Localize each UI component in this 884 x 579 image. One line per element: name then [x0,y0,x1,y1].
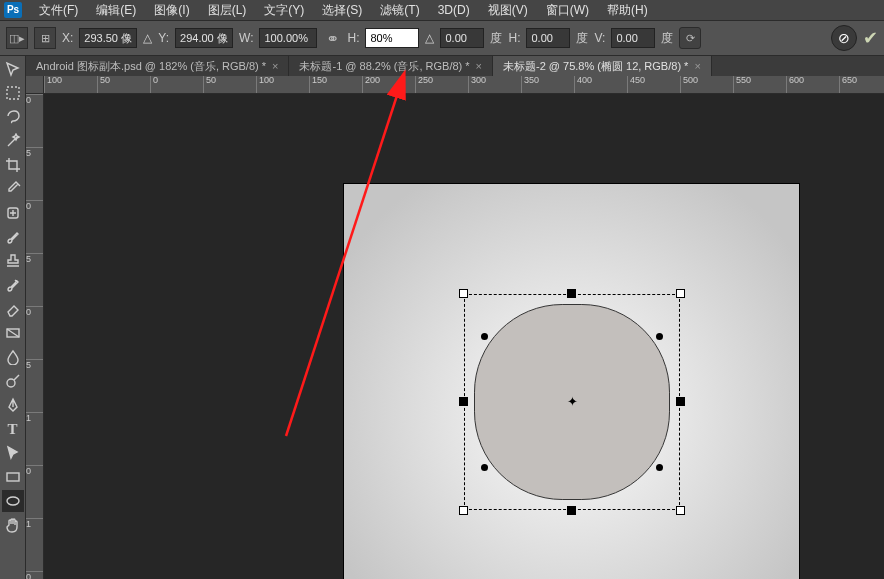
w-label: W: [239,31,253,45]
transform-handle-ml[interactable] [459,397,468,406]
menu-filter[interactable]: 滤镜(T) [371,2,428,19]
path-selection-tool-icon[interactable] [2,442,24,464]
crop-tool-icon[interactable] [2,154,24,176]
transform-handle-mr[interactable] [676,397,685,406]
transform-tool-icon[interactable]: ◫▸ [6,27,28,49]
doc-tab-label: 未标题-2 @ 75.8% (椭圆 12, RGB/8) * [503,59,688,74]
ruler-tick: 500 [680,76,698,93]
document-tabs: Android 图标副本.psd @ 182% (音乐, RGB/8) *× 未… [26,56,884,76]
doc-tab-2[interactable]: 未标题-2 @ 75.8% (椭圆 12, RGB/8) *× [493,56,712,76]
menu-image[interactable]: 图像(I) [145,2,198,19]
doc-tab-label: Android 图标副本.psd @ 182% (音乐, RGB/8) * [36,59,266,74]
transform-handle-tr[interactable] [676,289,685,298]
ruler-tick: 350 [521,76,539,93]
transform-center-icon[interactable]: ✦ [565,395,579,409]
transform-handle-br[interactable] [676,506,685,515]
rectangle-tool-icon[interactable] [2,466,24,488]
link-icon[interactable]: ⚭ [323,29,341,47]
menu-3d[interactable]: 3D(D) [429,3,479,17]
angle-unit: 度 [490,30,502,47]
w-input[interactable] [259,28,317,48]
brush-tool-icon[interactable] [2,226,24,248]
ruler-tick: 600 [786,76,804,93]
ruler-tick: 1 [26,518,43,529]
gradient-tool-icon[interactable] [2,322,24,344]
ruler-tick: 450 [627,76,645,93]
marquee-tool-icon[interactable] [2,82,24,104]
menu-edit[interactable]: 编辑(E) [87,2,145,19]
doc-tab-label: 未标题-1 @ 88.2% (音乐, RGB/8) * [299,59,469,74]
ruler-tick: 0 [26,306,43,317]
transform-box[interactable]: ✦ [464,294,680,510]
menu-type[interactable]: 文字(Y) [255,2,313,19]
healing-brush-tool-icon[interactable] [2,202,24,224]
eyedropper-tool-icon[interactable] [2,178,24,200]
blur-tool-icon[interactable] [2,346,24,368]
options-bar: ◫▸ ⊞ X: △ Y: W: ⚭ H: △ 度 H: 度 V: 度 ⟳ ⊘ ✔ [0,20,884,56]
hskew-input[interactable] [526,28,570,48]
transform-handle-bm[interactable] [567,506,576,515]
menu-window[interactable]: 窗口(W) [537,2,598,19]
magic-wand-tool-icon[interactable] [2,130,24,152]
doc-tab-1[interactable]: 未标题-1 @ 88.2% (音乐, RGB/8) *× [289,56,493,76]
transform-handle-bl[interactable] [459,506,468,515]
interpolation-icon[interactable]: ⟳ [679,27,701,49]
ruler-tick: 50 [203,76,216,93]
ruler-horizontal[interactable]: 1005005010015020025030035040045050055060… [44,76,884,94]
ruler-tick: 5 [26,147,43,158]
svg-rect-0 [7,87,19,99]
dodge-tool-icon[interactable] [2,370,24,392]
tool-bar: T [0,56,26,579]
menu-help[interactable]: 帮助(H) [598,2,657,19]
hskew-unit: 度 [576,30,588,47]
transform-handle-tl[interactable] [459,289,468,298]
ellipse-tool-icon[interactable] [2,490,24,512]
lasso-tool-icon[interactable] [2,106,24,128]
stamp-tool-icon[interactable] [2,250,24,272]
menu-layer[interactable]: 图层(L) [199,2,256,19]
ruler-tick: 5 [26,253,43,264]
delta-icon[interactable]: △ [143,31,152,45]
type-tool-icon[interactable]: T [2,418,24,440]
h-input[interactable] [365,28,419,48]
pen-tool-icon[interactable] [2,394,24,416]
hskew-label: H: [508,31,520,45]
cancel-transform-button[interactable]: ⊘ [831,25,857,51]
svg-point-5 [7,497,19,505]
vskew-input[interactable] [611,28,655,48]
close-icon[interactable]: × [694,60,700,72]
ruler-tick: 200 [362,76,380,93]
eraser-tool-icon[interactable] [2,298,24,320]
ruler-vertical[interactable]: 0505051010 [26,94,44,579]
ruler-tick: 0 [26,571,43,579]
ruler-tick: 5 [26,359,43,370]
reference-point-icon[interactable]: ⊞ [34,27,56,49]
y-input[interactable] [175,28,233,48]
menu-view[interactable]: 视图(V) [479,2,537,19]
ruler-tick: 100 [256,76,274,93]
x-input[interactable] [79,28,137,48]
canvas-viewport[interactable]: ✦ [44,94,884,579]
ruler-tick: 250 [415,76,433,93]
close-icon[interactable]: × [476,60,482,72]
move-tool-icon[interactable] [2,58,24,80]
angle-input[interactable] [440,28,484,48]
ruler-tick: 1 [26,412,43,423]
y-label: Y: [158,31,169,45]
x-label: X: [62,31,73,45]
commit-transform-button[interactable]: ✔ [863,27,878,49]
history-brush-tool-icon[interactable] [2,274,24,296]
ps-logo: Ps [4,2,22,18]
menu-select[interactable]: 选择(S) [313,2,371,19]
ruler-tick: 400 [574,76,592,93]
doc-tab-0[interactable]: Android 图标副本.psd @ 182% (音乐, RGB/8) *× [26,56,289,76]
hand-tool-icon[interactable] [2,514,24,536]
ruler-tick: 0 [26,465,43,476]
menu-bar: Ps 文件(F) 编辑(E) 图像(I) 图层(L) 文字(Y) 选择(S) 滤… [0,0,884,20]
h-label: H: [347,31,359,45]
ruler-tick: 0 [150,76,158,93]
menu-file[interactable]: 文件(F) [30,2,87,19]
close-icon[interactable]: × [272,60,278,72]
ruler-tick: 150 [309,76,327,93]
transform-handle-tm[interactable] [567,289,576,298]
